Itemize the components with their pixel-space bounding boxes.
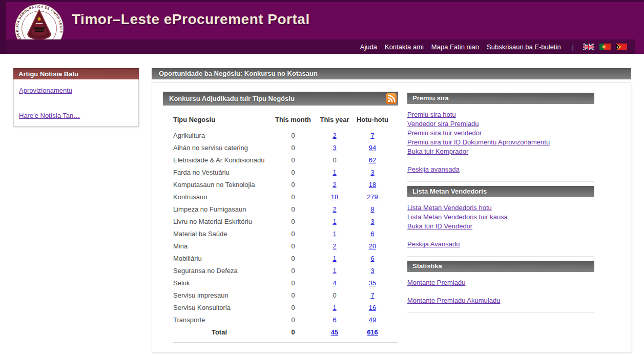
link-montante-premiadu[interactable]: Montante Premiadu [407, 278, 465, 287]
count-link-transporte-hotu-hotu[interactable]: 49 [369, 316, 376, 324]
category-label-kontrusaun: Kontrusaun [163, 193, 270, 201]
farda-no-vestu-riu-hotu-hotu: 3 [353, 169, 392, 176]
category-label-farda-no-vestu-riu: Farda no Vestuáriu [163, 169, 270, 176]
mina-this-year: 2 [316, 242, 353, 250]
count-link-mobili-riu-this-year[interactable]: 1 [333, 255, 336, 262]
count-link-seluk-this-year[interactable]: 4 [333, 279, 336, 287]
count-link-servisu-konsultoria-hotu-hotu[interactable]: 16 [369, 304, 376, 311]
count-link-livru-no-material-eskrit-riu-this-year[interactable]: 1 [333, 218, 336, 225]
mobili-riu-this-month: 0 [270, 255, 316, 262]
agrikultura-this-month: 0 [270, 132, 316, 139]
table-row-seluk: Seluk0435 [163, 277, 398, 289]
timor-leste-flag-icon[interactable] [616, 44, 627, 50]
count-mobili-riu-this-month: 0 [291, 255, 295, 262]
count-link-agrikultura-hotu-hotu[interactable]: 7 [370, 132, 374, 139]
servisu-impresaun-this-year: 0 [316, 291, 353, 299]
table-body: Agrikultura027Aihán no servisu catering0… [163, 129, 398, 326]
count-link-komputasaun-no-teknolojia-this-year[interactable]: 2 [333, 181, 336, 189]
link-peskija-avansadu[interactable]: Peskija Avansadu [407, 240, 460, 249]
count-agrikultura-this-month: 0 [291, 132, 295, 139]
link-premiu-sira-tuir-id-dokumentu-aprovizonamentu[interactable]: Premiu sira tuir ID Dokumentu Aprovizona… [407, 138, 550, 147]
link-buka-tuir-komprador[interactable]: Buka tuir Komprador [407, 147, 468, 156]
link-lista-metan-vendedoris-tuir-kausa[interactable]: Lista Metan Vendedoris tuir kausa [407, 213, 508, 222]
count-link-mina-this-year[interactable]: 2 [333, 242, 336, 250]
count-link-seguransa-no-defeza-hotu-hotu[interactable]: 3 [370, 267, 374, 275]
link-vendedor-sira-premiadu[interactable]: Vendedor sira Premiadu [407, 119, 479, 129]
section-links-premiu-sira: Premiu sira hotuVendedor sira PremiaduPr… [407, 110, 594, 156]
category-label-transporte: Transporte [163, 316, 270, 324]
link-buka-tuir-id-vendedor[interactable]: Buka tuir ID Vendedor [407, 222, 472, 231]
count-link-livru-no-material-eskrit-riu-hotu-hotu[interactable]: 3 [370, 218, 374, 225]
count-link-seluk-hotu-hotu[interactable]: 35 [369, 279, 376, 287]
category-label-agrikultura: Agrikultura [163, 132, 270, 139]
nav-link-ajuda[interactable]: Ajuda [360, 43, 377, 51]
count-link-seguransa-no-defeza-this-year[interactable]: 1 [333, 267, 336, 275]
link-premiu-sira-tuir-vendedor[interactable]: Premiu sira tuir vendedor [407, 129, 482, 138]
servisu-impresaun-hotu-hotu: 7 [353, 291, 392, 299]
seguransa-no-defeza-this-year: 1 [316, 267, 353, 275]
page-title-bar: Oportunidade ba Negósiu: Konkursu no Kot… [152, 68, 631, 79]
count-link-komputasaun-no-teknolojia-hotu-hotu[interactable]: 18 [369, 181, 376, 189]
total-this-month: 0 [270, 328, 316, 336]
count-link-kontrusaun-this-year[interactable]: 18 [331, 193, 338, 201]
limpeza-no-fumigasaun-this-year: 2 [316, 205, 353, 213]
kontrusaun-this-month: 0 [270, 193, 316, 201]
count-link-farda-no-vestu-riu-hotu-hotu[interactable]: 3 [370, 169, 374, 176]
rss-icon[interactable] [386, 93, 397, 104]
agrikultura-this-year: 2 [316, 132, 353, 139]
category-label-seluk: Seluk [163, 279, 270, 287]
count-link-transporte-this-year[interactable]: 6 [333, 316, 336, 324]
count-link-servisu-konsultoria-this-year[interactable]: 1 [333, 304, 336, 311]
agrikultura-hotu-hotu: 7 [353, 132, 392, 139]
table-row-aih-n-no-servisu-catering: Aihán no servisu catering0394 [163, 141, 398, 154]
count-link-limpeza-no-fumigasaun-this-year[interactable]: 2 [333, 205, 336, 213]
tenders-table-section: Konkursu Adjudikadu tuir Tipu Negósiu Ti… [163, 92, 398, 343]
link-lista-metan-vendedoris-hotu[interactable]: Lista Metan Vendedoris hotu [407, 203, 492, 213]
count-link-mina-hotu-hotu[interactable]: 20 [369, 242, 376, 250]
count-link-material-ba-sa-de-this-year[interactable]: 1 [333, 230, 336, 238]
count-servisu-impresaun-this-month: 0 [291, 291, 295, 299]
count-link-aih-n-no-servisu-catering-hotu-hotu[interactable]: 94 [369, 144, 376, 152]
count-link-limpeza-no-fumigasaun-hotu-hotu[interactable]: 8 [370, 205, 374, 213]
count-link-kontrusaun-hotu-hotu[interactable]: 279 [367, 193, 378, 201]
kontrusaun-this-year: 18 [316, 193, 353, 201]
portugal-flag-icon[interactable] [599, 44, 611, 50]
link-aprovizionamentu[interactable]: Aprovizionamentu [19, 87, 72, 94]
link-premiu-sira-hotu[interactable]: Premiu sira hotu [407, 110, 456, 119]
eletrisidade-ar-kondisionadu-hotu-hotu: 62 [353, 156, 392, 164]
table-header-row: Tipu Negosiu This month This year Hotu-h… [163, 114, 398, 129]
category-label-aih-n-no-servisu-catering: Aihán no servisu catering [163, 144, 270, 152]
link-montante-premiadu-akumuladu[interactable]: Montante Premiadu Akumuladu [407, 296, 500, 305]
total-hotu-hotu: 616 [353, 328, 392, 336]
link-haree-notisia-tan[interactable]: Hare'e Notísia Tan… [19, 112, 80, 119]
uk-flag-icon[interactable] [583, 44, 594, 50]
count-link-total-this-year[interactable]: 45 [331, 328, 338, 336]
banner-frame-top [0, 0, 644, 2]
section-divider [407, 312, 594, 313]
category-label-seguransa-no-defeza: Seguransa no Defeza [163, 267, 270, 275]
count-link-farda-no-vestu-riu-this-year[interactable]: 1 [333, 169, 336, 176]
count-link-total-hotu-hotu[interactable]: 616 [367, 328, 378, 336]
aih-n-no-servisu-catering-this-month: 0 [270, 144, 316, 152]
category-label-livru-no-material-eskrit-riu: Livru no Material Eskritóriu [163, 218, 270, 225]
count-link-agrikultura-this-year[interactable]: 2 [333, 132, 336, 139]
section-divider [407, 256, 594, 257]
komputasaun-no-teknolojia-this-month: 0 [270, 181, 316, 189]
count-link-eletrisidade-ar-kondisionadu-hotu-hotu[interactable]: 62 [369, 156, 376, 164]
nav-link-mapa-fatin-nian[interactable]: Mapa Fatin nian [431, 43, 479, 51]
nav-link-subskrisaun-ba-e-buletin[interactable]: Subskrisaun ba E-buletin [487, 43, 561, 51]
transporte-this-year: 6 [316, 316, 353, 324]
count-link-mobili-riu-hotu-hotu[interactable]: 6 [370, 255, 374, 262]
count-link-material-ba-sa-de-hotu-hotu[interactable]: 6 [370, 230, 374, 238]
count-link-servisu-impresaun-hotu-hotu[interactable]: 7 [370, 291, 374, 299]
right-links-column: Premiu siraPremiu sira hotuVendedor sira… [407, 93, 594, 317]
count-aih-n-no-servisu-catering-this-month: 0 [291, 144, 295, 152]
nav-link-kontakta-ami[interactable]: Kontakta ami [385, 43, 424, 51]
livru-no-material-eskrit-riu-this-month: 0 [270, 218, 316, 225]
link-peskija-avansada[interactable]: Peskija avansada [407, 165, 460, 174]
category-label-mina: Mina [163, 242, 270, 250]
section-header-premiu-sira: Premiu sira [407, 93, 594, 104]
total-label: Total [163, 328, 270, 336]
count-link-aih-n-no-servisu-catering-this-year[interactable]: 3 [333, 144, 336, 152]
page: REPÚBLICA DEMOCRÁTICA DE TIMOR-LESTE RDT… [0, 0, 644, 356]
